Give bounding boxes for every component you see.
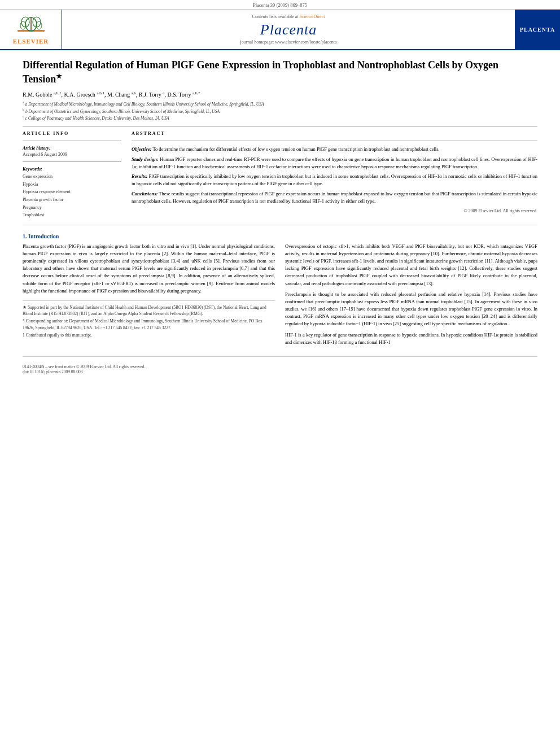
info-divider [23,141,121,141]
intro-para-1: Placenta growth factor (PlGF) is an angi… [23,243,275,295]
affiliation-b: b b Department of Obstetrics and Gynecol… [23,107,537,115]
intro-para-3: Preeclampsia is thought to be associated… [285,291,537,328]
elsevier-wordmark: ELSEVIER [13,38,49,45]
intro-right-col: Overexpression of ectopic sflt-1, which … [285,243,537,350]
affiliations-block: a a Department of Medical Microbiology, … [23,100,537,121]
abstract-divider [132,141,537,141]
abstract-results: Results: PlGF transcription is specifica… [132,173,537,187]
keywords-list: Gene expression Hypoxia Hypoxia response… [23,173,121,219]
intro-title: 1. Introduction [23,233,537,239]
main-content: Differential Regulation of Human PlGF Ge… [0,50,560,380]
article-info-col: ARTICLE INFO Article history: Accepted 6… [23,131,121,219]
authors-line: R.M. Gobble a,b,1, K.A. Groesch a,b,1, M… [23,91,537,98]
abstract-objective: Objective: To determine the mechanism fo… [132,146,537,153]
intro-body-cols: Placenta growth factor (PlGF) is an angi… [23,243,537,350]
body-divider [23,225,537,225]
abstract-col: ABSTRACT Objective: To determine the mec… [132,131,537,219]
article-info-header: ARTICLE INFO [23,131,121,136]
intro-para-4: HIF-1 is a key regulator of gene transcr… [285,331,537,346]
sciencedirect-link[interactable]: ScienceDirect [300,14,325,19]
keyword-2: Hypoxia [23,181,121,189]
abstract-header: ABSTRACT [132,131,537,136]
contents-label: Contents lists available at ScienceDirec… [252,14,325,19]
journal-name: Placenta [260,21,317,38]
footnote-equal: 1 Contributed equally to this manuscript… [23,332,275,338]
footnote-corresponding: * Corresponding author at: Department of… [23,318,275,331]
homepage-line: journal homepage: www.elsevier.com/locat… [240,40,337,45]
affiliation-c: c c College of Pharmacy and Health Scien… [23,114,537,121]
keywords-label: Keywords: [23,167,121,172]
keyword-6: Trophoblast [23,211,121,219]
citation-text: Placenta 30 (2009) 869–875 [253,2,307,8]
citation-bar: Placenta 30 (2009) 869–875 [0,0,560,10]
info-abstract-row: ARTICLE INFO Article history: Accepted 6… [23,131,537,219]
keywords-divider [23,161,121,162]
accepted-date: Accepted 6 August 2009 [23,152,121,157]
copyright-line: © 2009 Elsevier Ltd. All rights reserved… [132,208,537,215]
history-label: Article history: [23,146,121,151]
abstract-conclusions: Conclusions: These results suggest that … [132,190,537,205]
keyword-1: Gene expression [23,173,121,181]
journal-center-block: Contents lists available at ScienceDirec… [62,10,515,49]
header-divider [23,126,537,126]
footnote-star: ★ Supported in part by the National Inst… [23,304,275,317]
title-star: ★ [56,72,62,80]
intro-left-col: Placenta growth factor (PlGF) is an angi… [23,243,275,350]
keyword-3: Hypoxia response element [23,188,121,196]
journal-header: ELSEVIER Contents lists available at Sci… [0,10,560,50]
keyword-5: Pregnancy [23,204,121,212]
intro-section: 1. Introduction Placenta growth factor (… [23,233,537,350]
journal-badge-block: PLACENTA [515,10,560,49]
intro-para-2: Overexpression of ectopic sflt-1, which … [285,243,537,287]
bottom-bar: 0143-4004/$ – see front matter © 2009 El… [23,356,537,374]
bottom-left-text: 0143-4004/$ – see front matter © 2009 El… [23,359,145,374]
elsevier-tree-icon [16,14,46,36]
abstract-study-design: Study design: Human PlGF reporter clones… [132,156,537,171]
affiliation-a: a a Department of Medical Microbiology, … [23,100,537,107]
footnotes-area: ★ Supported in part by the National Inst… [23,300,275,338]
article-title: Differential Regulation of Human PlGF Ge… [23,58,537,86]
keyword-4: Placenta growth factor [23,196,121,204]
journal-badge: PLACENTA [520,26,555,33]
elsevier-logo-block: ELSEVIER [0,10,62,49]
abstract-text-block: Objective: To determine the mechanism fo… [132,146,537,215]
